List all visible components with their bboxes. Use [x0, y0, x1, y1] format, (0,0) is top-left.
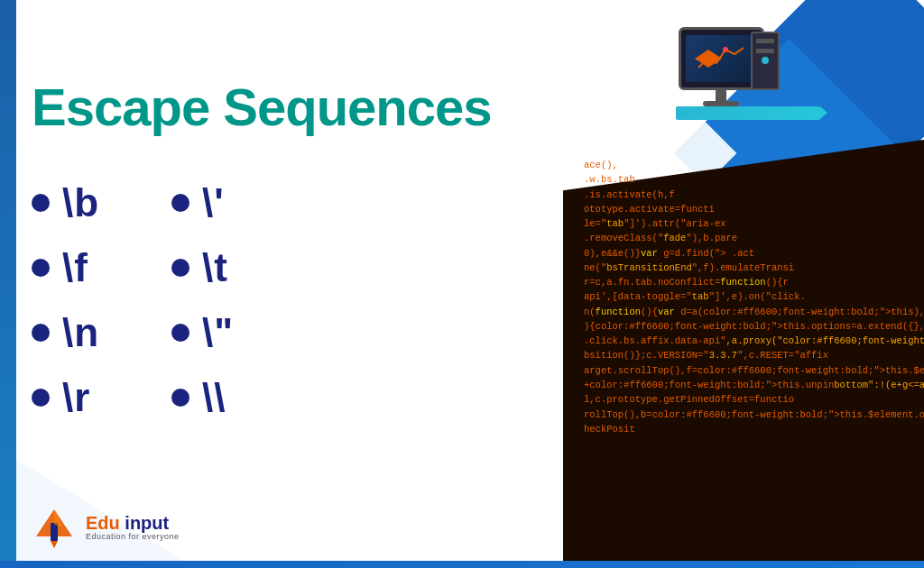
- logo-input: input: [120, 513, 169, 533]
- code-text-container: ace(),.w.bs.tab.is.activate(h,fototype.a…: [577, 153, 924, 568]
- sequence-bs: \\: [202, 375, 226, 420]
- bullet-dot: [32, 389, 50, 407]
- sequence-b: \b: [62, 180, 99, 225]
- monitor-base: [703, 101, 739, 106]
- bullet-item-bs: \\: [171, 375, 234, 420]
- columns-layout: \b \f \n \r \': [32, 180, 591, 420]
- bullet-dot: [171, 389, 189, 407]
- tower-disk-2: [756, 49, 774, 53]
- sequence-sq: \': [202, 180, 225, 225]
- svg-marker-3: [51, 541, 58, 548]
- tower-disk-1: [756, 39, 774, 43]
- computer-icon: [662, 27, 780, 126]
- logo-edu: Edu: [86, 513, 120, 533]
- bullet-item-b: \b: [32, 180, 99, 225]
- svg-rect-2: [51, 523, 58, 541]
- page-title: Escape Sequences: [32, 77, 492, 137]
- bullet-dot: [171, 324, 189, 342]
- tower-light: [762, 57, 769, 64]
- bullet-dot: [32, 324, 50, 342]
- bottom-bar: [0, 561, 924, 568]
- left-column: \b \f \n \r: [32, 180, 99, 420]
- sequence-n: \n: [62, 310, 99, 355]
- bullet-item-f: \f: [32, 245, 99, 290]
- bullet-item-r: \r: [32, 375, 99, 420]
- logo-text: Edu input Education for everyone: [86, 514, 180, 541]
- main-container: ace(),.w.bs.tab.is.activate(h,fototype.a…: [0, 0, 924, 568]
- logo-name: Edu input: [86, 514, 180, 532]
- svg-point-0: [723, 47, 728, 52]
- sequence-f: \f: [62, 245, 88, 290]
- bullet-item-dq: \": [171, 310, 234, 355]
- svg-marker-4: [54, 509, 63, 527]
- bullet-dot: [171, 194, 189, 212]
- left-bar: [0, 0, 16, 568]
- bullet-item-sq: \': [171, 180, 234, 225]
- bullet-dot: [32, 259, 50, 277]
- content-area: \b \f \n \r \': [32, 180, 591, 420]
- bullet-dot: [32, 194, 50, 212]
- logo-svg: [32, 505, 77, 550]
- logo-area: Edu input Education for everyone: [32, 505, 180, 550]
- bullet-item-n: \n: [32, 310, 99, 355]
- monitor-stand: [716, 90, 726, 101]
- logo-icon: [32, 505, 77, 550]
- bullet-dot: [171, 259, 189, 277]
- computer-tower: [751, 32, 780, 90]
- screen-chart: [694, 41, 748, 77]
- code-display: ace(),.w.bs.tab.is.activate(h,fototype.a…: [577, 153, 924, 441]
- bullet-item-t: \t: [171, 245, 234, 290]
- right-column: \' \t \" \\: [171, 180, 234, 420]
- sequence-r: \r: [62, 375, 90, 420]
- sequence-dq: \": [202, 310, 234, 355]
- logo-tagline: Education for everyone: [86, 532, 180, 541]
- monitor-screen: [686, 35, 756, 82]
- sequence-t: \t: [202, 245, 228, 290]
